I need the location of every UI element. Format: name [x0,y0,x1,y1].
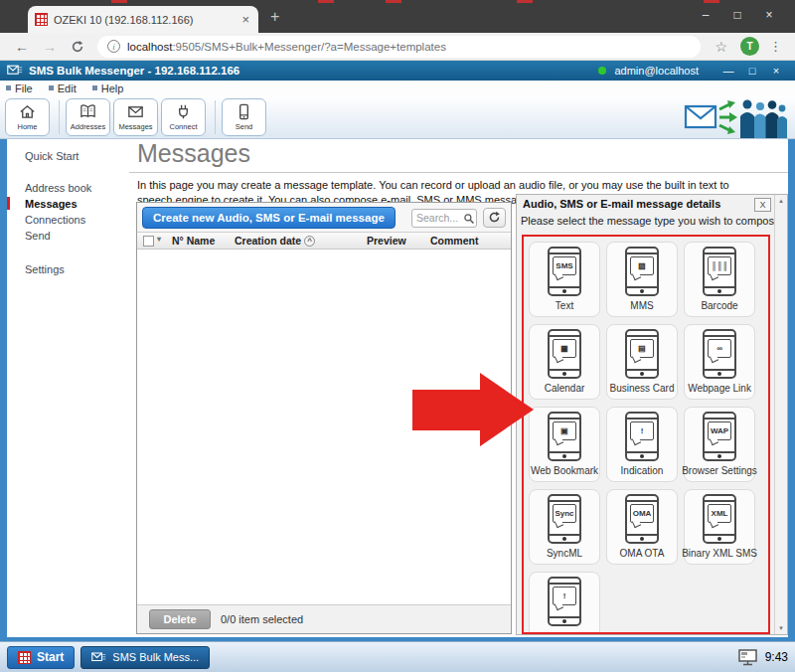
message-type-tile[interactable]: ▨ MMS [606,242,678,317]
create-new-message-button[interactable]: Create new Audio, SMS or E-mail message [142,207,396,229]
toolbar-separator [59,100,60,134]
chevron-down-icon[interactable]: ▾ [157,235,161,244]
menu-item[interactable]: Edit [49,83,77,94]
browser-toolbar: ← → i localhost:9505/SMS+Bulk+Messenger/… [0,33,795,61]
column-comment[interactable]: Comment [430,235,478,247]
phone-bubble-icon: ! [625,412,659,461]
select-all-checkbox[interactable] [143,236,154,247]
phone-bubble-icon: Sync [548,494,581,544]
app-close-button[interactable]: × [764,65,788,77]
screen: OZEKI 10 (192.168.112.166) × + – □ × ← →… [0,0,795,672]
sidebar-item[interactable]: Settings [7,261,129,277]
url-host: localhost [127,41,172,53]
sidebar-item[interactable]: Connections [7,212,129,228]
message-type-tile[interactable]: ║║║ Barcode [684,242,755,317]
details-scrollbar[interactable]: ▲ ▼ [774,195,787,634]
phone-bubble-icon: ! [548,577,581,626]
tile-label: Webpage Link [688,383,751,394]
send-button[interactable]: Send [222,98,266,136]
message-type-tile[interactable]: ∞ Webpage Link [684,324,755,400]
menu-item[interactable]: Help [92,83,124,94]
phone-bubble-icon: ▤ [625,329,659,379]
browser-profile-avatar[interactable]: T [740,37,759,56]
browser-maximize-button[interactable]: □ [721,8,753,22]
desktop-fragment [517,0,533,3]
sidebar-item[interactable]: Address book [7,180,129,196]
tile-label: Indication [621,465,664,476]
sidebar-item[interactable]: Quick Start [7,148,129,164]
start-button[interactable]: Start [7,646,75,669]
home-icon [18,102,37,121]
messages-button[interactable]: Messages [113,98,158,136]
sidebar-item[interactable]: Messages [7,196,129,212]
display-icon[interactable] [738,649,758,666]
column-name[interactable]: N° Name [172,235,215,247]
connect-label: Connect [170,122,198,131]
list-toolbar: Create new Audio, SMS or E-mail message [137,203,511,233]
browser-menu-icon[interactable]: ⋮ [769,39,782,54]
tile-label: Binary XML SMS [682,548,757,559]
phone-bubble-icon: ║║║ [703,247,736,296]
tab-close-icon[interactable]: × [239,12,251,27]
column-creation-date[interactable]: Creation date [235,235,315,247]
column-preview[interactable]: Preview [367,235,406,247]
tile-label: Text [556,300,573,311]
message-type-tile[interactable]: ! [529,572,600,634]
connect-button[interactable]: Connect [161,98,206,136]
bookmark-star-icon[interactable]: ☆ [715,39,727,55]
message-type-tile[interactable]: OMA OMA OTA [606,489,678,565]
scroll-down-icon[interactable]: ▼ [775,622,787,634]
phone-bubble-icon: OMA [625,494,659,544]
new-tab-button[interactable]: + [270,8,279,26]
reload-icon[interactable] [71,40,84,54]
addresses-label: Addresses [71,122,105,131]
clock[interactable]: 9:43 [765,650,788,664]
desktop-fragment [111,0,127,3]
content-area: Messages In this page you may create a m… [129,139,788,637]
message-type-tile[interactable]: SMS Text [529,242,600,317]
home-button[interactable]: Home [5,98,50,136]
tile-label: Calendar [545,383,585,394]
message-type-tile[interactable]: WAP Browser Settings [684,407,755,482]
menu-item[interactable]: File [6,83,33,94]
app-minimize-button[interactable]: — [716,65,740,77]
message-type-tile[interactable]: ▦ Calendar [529,324,600,400]
sidebar-item[interactable]: Send [7,228,129,244]
address-book-icon [79,102,97,121]
browser-close-button[interactable]: × [753,8,785,22]
search-icon[interactable] [463,211,475,229]
taskbar-task-sms-bulk-messenger[interactable]: SMS Bulk Mess... [80,646,210,669]
browser-minimize-button[interactable]: – [690,8,721,22]
browser-tab[interactable]: OZEKI 10 (192.168.112.166) × [28,6,258,33]
app-maximize-button[interactable]: □ [740,65,764,77]
delete-button[interactable]: Delete [149,609,211,629]
tile-label: Barcode [701,300,737,311]
online-status-dot [598,67,606,75]
message-type-tile[interactable]: XML Binary XML SMS [684,489,755,565]
home-label: Home [17,122,37,131]
scroll-up-icon[interactable]: ▲ [775,195,787,207]
message-type-tile[interactable]: ▤ Business Card [606,324,678,400]
send-label: Send [236,122,253,131]
message-type-grid: SMS Text ▨ MMS [522,235,770,634]
sort-icon[interactable] [304,236,315,247]
forward-icon[interactable]: → [43,39,57,55]
message-type-tile[interactable]: ! Indication [606,407,678,482]
close-icon[interactable]: X [754,198,771,212]
bubble-glyph: ▦ [553,339,576,358]
details-panel-title: Audio, SMS or E-mail message details [523,198,720,210]
bubble-glyph: ! [630,421,654,440]
addresses-button[interactable]: Addresses [66,98,110,136]
search-box [411,208,477,227]
url-bar[interactable]: i localhost:9505/SMS+Bulk+Messenger/?a=M… [97,36,701,58]
phone-bubble-icon: ▨ [625,247,659,296]
message-type-tile[interactable]: ▣ Web Bookmark [529,407,600,482]
message-type-tile[interactable]: Sync SyncML [529,489,600,565]
page-info-icon[interactable]: i [107,40,120,53]
refresh-button[interactable] [483,208,506,228]
phone-bubble-icon: ∞ [703,329,736,379]
system-tray: 9:43 [738,649,788,666]
url-path: :9505/SMS+Bulk+Messenger/?a=Message+temp… [172,41,446,53]
back-icon[interactable]: ← [15,39,29,55]
page-title: Messages [129,139,788,173]
